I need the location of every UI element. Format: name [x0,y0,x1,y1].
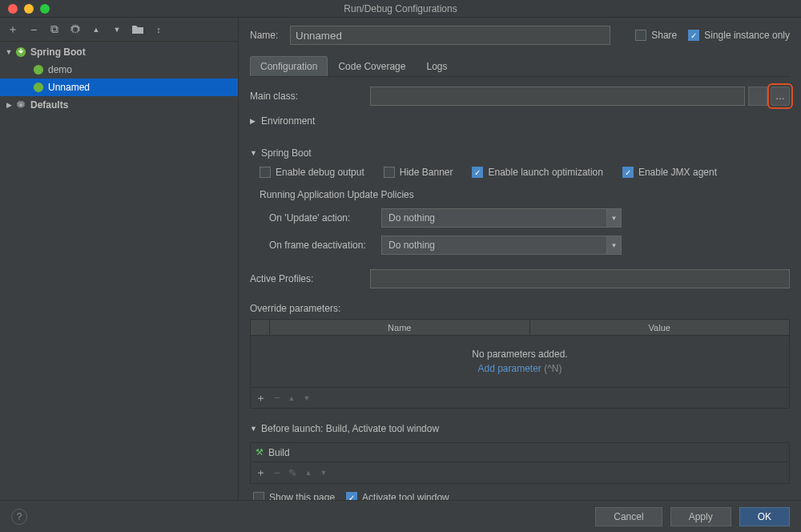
move-up-icon[interactable]: ▲ [90,23,103,36]
param-value-col: Value [530,320,790,335]
share-checkbox[interactable]: Share [635,30,677,41]
move-down-icon[interactable]: ▼ [111,23,123,36]
add-param-icon[interactable]: ＋ [256,391,266,405]
window-title: Run/Debug Configurations [344,3,457,14]
build-task-label: Build [268,447,290,458]
move-down-icon[interactable]: ▼ [320,469,328,477]
param-checkbox-col [251,320,270,335]
enable-debug-checkbox[interactable]: Enable debug output [260,167,364,178]
add-parameter-hint: (^N) [544,363,562,374]
tree-toolbar: ＋ − ⧉ ▲ ▼ ↕ [0,18,238,42]
main-class-input[interactable] [370,87,745,106]
settings-icon[interactable] [69,23,82,36]
minimize-window-button[interactable] [24,4,34,14]
environment-section-header[interactable]: ▶ Environment [250,115,790,127]
add-task-icon[interactable]: ＋ [256,466,266,480]
help-button[interactable]: ? [11,509,27,525]
tree-label: Spring Boot [30,46,86,58]
add-parameter-link[interactable]: Add parameter [477,363,541,374]
expand-arrow-icon: ▼ [250,149,258,157]
tabs: Configuration Code Coverage Logs [250,56,790,77]
tab-configuration[interactable]: Configuration [250,56,328,76]
folder-icon[interactable] [131,23,144,36]
checkbox-checked-icon: ✓ [346,492,357,500]
on-update-action-label: On 'Update' action: [269,212,381,224]
before-launch-label: Before launch: Build, Activate tool wind… [261,423,439,434]
override-params-label: Override parameters: [250,303,790,314]
main-class-label: Main class: [250,91,370,102]
checkbox-checked-icon: ✓ [472,167,483,178]
close-window-button[interactable] [8,4,18,14]
activate-tool-window-checkbox[interactable]: ✓ Activate tool window [346,492,449,500]
hide-banner-checkbox[interactable]: Hide Banner [384,167,453,178]
main-class-browse-button[interactable]: … [771,87,790,106]
spring-boot-icon [32,63,45,76]
override-params-table: Name Value No parameters added. Add para… [250,319,790,409]
tree-item-spring-boot[interactable]: ▼ Spring Boot [0,43,238,61]
config-tree: ▼ Spring Boot demo Unnamed ▶ [0,42,238,500]
svg-point-1 [34,65,43,75]
enable-jmx-checkbox[interactable]: ✓ Enable JMX agent [622,167,717,178]
remove-config-icon[interactable]: − [27,23,40,36]
tab-code-coverage[interactable]: Code Coverage [328,56,416,76]
checkbox-checked-icon: ✓ [622,167,634,178]
expand-arrow-icon: ▼ [3,48,14,56]
remove-task-icon[interactable]: − [274,467,280,479]
before-launch-header[interactable]: ▼ Before launch: Build, Activate tool wi… [250,423,790,434]
enable-debug-label: Enable debug output [276,167,364,178]
cancel-button[interactable]: Cancel [595,507,662,526]
checkbox-icon [635,30,646,41]
enable-launch-opt-checkbox[interactable]: ✓ Enable launch optimization [472,167,602,178]
spring-boot-section-header[interactable]: ▼ Spring Boot [250,147,790,159]
checkbox-checked-icon: ✓ [688,30,699,41]
zoom-window-button[interactable] [40,4,50,14]
edit-task-icon[interactable]: ✎ [288,467,297,479]
checkbox-icon [260,167,271,178]
enable-launch-opt-label: Enable launch optimization [488,167,602,178]
spring-boot-icon [14,46,27,58]
move-up-icon[interactable]: ▲ [305,469,312,477]
update-policies-header: Running Application Update Policies [250,189,790,200]
spring-boot-icon [32,81,45,94]
gear-icon [14,99,27,111]
move-down-icon[interactable]: ▼ [304,394,311,402]
tree-label: Unnamed [48,82,90,93]
hide-banner-label: Hide Banner [400,167,453,178]
spring-boot-section-label: Spring Boot [261,147,312,159]
collapse-icon[interactable]: ↕ [152,23,165,36]
tree-item-unnamed[interactable]: Unnamed [0,79,238,96]
share-label: Share [651,30,677,41]
on-frame-deactivation-select[interactable]: Do nothing [381,236,622,255]
single-instance-checkbox[interactable]: ✓ Single instance only [688,30,790,41]
on-frame-deactivation-label: On frame deactivation: [269,240,381,251]
apply-button[interactable]: Apply [670,507,731,526]
svg-point-2 [34,83,43,92]
move-up-icon[interactable]: ▲ [288,394,296,402]
copy-config-icon[interactable]: ⧉ [48,23,61,36]
on-update-action-select[interactable]: Do nothing [381,208,622,228]
environment-label: Environment [261,115,315,127]
left-panel: ＋ − ⧉ ▲ ▼ ↕ ▼ Spring Boot [0,18,239,500]
main-class-dropdown-button[interactable] [748,87,767,106]
tree-label: demo [48,64,72,75]
tree-label: Defaults [30,99,68,111]
expand-arrow-icon: ▼ [250,425,258,433]
tree-item-defaults[interactable]: ▶ Defaults [0,96,238,114]
show-this-page-checkbox[interactable]: Show this page [253,492,335,500]
ok-button[interactable]: OK [739,507,790,526]
dropdown-arrow-icon: ▼ [606,209,621,227]
collapse-arrow-icon: ▶ [250,117,258,125]
enable-jmx-label: Enable JMX agent [638,167,717,178]
dropdown-arrow-icon: ▼ [606,236,621,254]
checkbox-icon [384,167,395,178]
remove-param-icon[interactable]: − [274,392,280,404]
tree-item-demo[interactable]: demo [0,61,238,79]
tab-logs[interactable]: Logs [416,56,457,76]
add-config-icon[interactable]: ＋ [6,23,19,36]
active-profiles-input[interactable] [370,269,790,288]
param-name-col: Name [270,320,530,335]
hammer-icon: ⚒ [256,447,264,457]
active-profiles-label: Active Profiles: [250,273,370,284]
build-task-row[interactable]: ⚒ Build [251,443,789,462]
name-input[interactable] [290,26,610,45]
